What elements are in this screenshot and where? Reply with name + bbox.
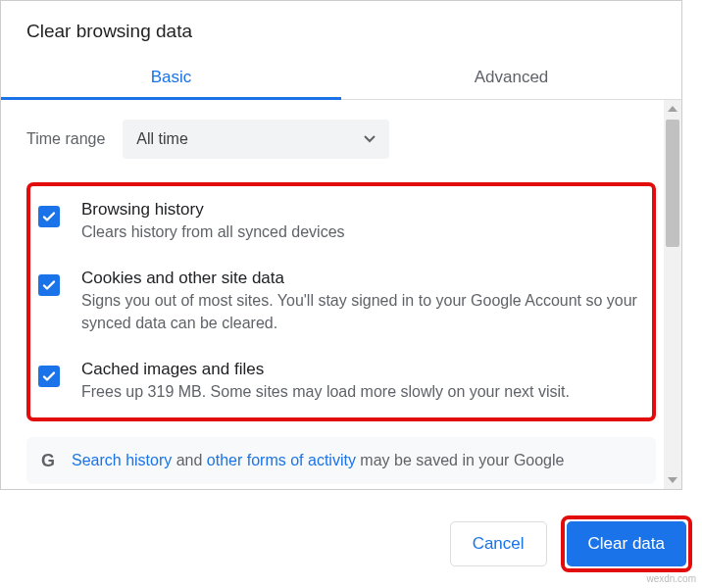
- clear-browsing-data-dialog: Clear browsing data Basic Advanced Time …: [0, 0, 682, 490]
- checkbox-cached[interactable]: [38, 366, 60, 387]
- options-highlighted-group: Browsing history Clears history from all…: [26, 182, 656, 421]
- option-title: Cookies and other site data: [81, 269, 644, 288]
- scrollbar[interactable]: [664, 100, 681, 489]
- option-text: Browsing history Clears history from all…: [81, 200, 345, 243]
- chevron-down-icon: [364, 135, 376, 143]
- tabs: Basic Advanced: [1, 56, 681, 100]
- scrollbar-thumb[interactable]: [666, 120, 679, 247]
- account-notice: G Search history and other forms of acti…: [26, 437, 656, 484]
- tab-advanced[interactable]: Advanced: [341, 56, 681, 99]
- tab-basic[interactable]: Basic: [1, 56, 341, 99]
- checkbox-cookies[interactable]: [38, 274, 60, 296]
- notice-mid: and: [172, 452, 207, 468]
- link-search-history[interactable]: Search history: [72, 452, 172, 468]
- dialog-title: Clear browsing data: [1, 1, 681, 56]
- option-text: Cached images and files Frees up 319 MB.…: [81, 360, 570, 403]
- watermark: wexdn.com: [646, 573, 696, 584]
- time-range-select[interactable]: All time: [123, 120, 389, 159]
- notice-text: Search history and other forms of activi…: [72, 452, 564, 469]
- clear-data-highlight: Clear data: [561, 515, 692, 572]
- scroll-up-icon[interactable]: [664, 100, 681, 118]
- option-cookies: Cookies and other site data Signs you ou…: [34, 269, 644, 334]
- option-title: Cached images and files: [81, 360, 570, 379]
- option-browsing-history: Browsing history Clears history from all…: [34, 200, 644, 243]
- scroll-area: Time range All time Browsing history Cle…: [1, 100, 681, 489]
- google-g-icon: G: [38, 451, 58, 470]
- option-cached: Cached images and files Frees up 319 MB.…: [34, 360, 644, 403]
- option-desc: Frees up 319 MB. Some sites may load mor…: [81, 381, 570, 403]
- link-other-activity[interactable]: other forms of activity: [207, 452, 356, 468]
- option-text: Cookies and other site data Signs you ou…: [81, 269, 644, 334]
- scroll-down-icon[interactable]: [664, 471, 681, 489]
- dialog-footer: Cancel Clear data: [450, 515, 692, 572]
- cancel-button[interactable]: Cancel: [450, 521, 547, 566]
- option-desc: Signs you out of most sites. You'll stay…: [81, 290, 644, 334]
- option-desc: Clears history from all synced devices: [81, 221, 345, 243]
- checkbox-browsing-history[interactable]: [38, 206, 60, 227]
- option-title: Browsing history: [81, 200, 345, 220]
- time-range-label: Time range: [26, 130, 105, 148]
- notice-tail: may be saved in your Google: [356, 452, 565, 468]
- time-range-value: All time: [136, 130, 187, 148]
- clear-data-button[interactable]: Clear data: [567, 521, 686, 566]
- time-range-row: Time range All time: [26, 120, 656, 159]
